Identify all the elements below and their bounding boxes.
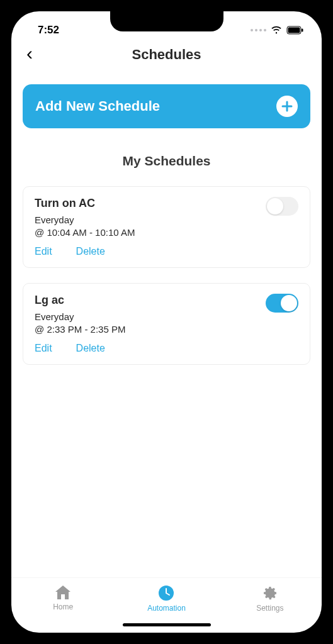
gear-icon — [261, 584, 279, 602]
section-title: My Schedules — [23, 153, 310, 169]
schedule-time: @ 10:04 AM - 10:10 AM — [35, 226, 135, 239]
add-schedule-label: Add New Schedule — [35, 98, 160, 114]
clock-icon — [157, 584, 175, 602]
cellular-icon — [251, 29, 266, 31]
toggle-knob — [281, 295, 297, 311]
schedule-time: @ 2:33 PM - 2:35 PM — [35, 323, 125, 336]
schedule-toggle[interactable] — [266, 197, 298, 216]
volume-down — [0, 217, 1, 261]
schedule-title: Turn on AC — [35, 197, 135, 210]
home-indicator[interactable] — [123, 623, 211, 626]
svg-rect-2 — [302, 29, 303, 32]
tab-label: Home — [53, 602, 73, 611]
content-area: Add New Schedule My Schedules Turn on AC… — [11, 74, 322, 577]
add-new-schedule-button[interactable]: Add New Schedule — [23, 84, 310, 128]
phone-frame: 7:52 ‹ Schedules A — [0, 0, 333, 644]
schedule-toggle[interactable] — [266, 294, 298, 313]
schedule-card: Lg ac Everyday @ 2:33 PM - 2:35 PM Edit … — [23, 283, 310, 365]
status-time: 7:52 — [38, 24, 59, 36]
status-icons — [251, 26, 304, 35]
volume-up — [0, 164, 1, 208]
schedule-repeat: Everyday — [35, 311, 125, 323]
page-title: Schedules — [23, 47, 310, 63]
edit-button[interactable]: Edit — [35, 246, 52, 257]
edit-button[interactable]: Edit — [35, 343, 52, 354]
toggle-knob — [267, 198, 283, 214]
tab-home[interactable]: Home — [35, 584, 91, 611]
delete-button[interactable]: Delete — [76, 246, 105, 257]
back-button[interactable]: ‹ — [26, 43, 33, 64]
notch — [110, 11, 223, 31]
schedule-card: Turn on AC Everyday @ 10:04 AM - 10:10 A… — [23, 186, 310, 268]
tab-settings[interactable]: Settings — [242, 584, 298, 613]
plus-icon — [276, 96, 298, 117]
nav-bar: ‹ Schedules — [11, 43, 322, 74]
battery-icon — [286, 26, 304, 35]
tab-label: Automation — [147, 604, 186, 613]
mute-switch — [0, 123, 1, 147]
tab-label: Settings — [256, 604, 283, 613]
svg-rect-1 — [288, 28, 300, 33]
home-icon — [54, 584, 72, 601]
wifi-icon — [271, 26, 282, 35]
screen: 7:52 ‹ Schedules A — [11, 11, 322, 633]
tab-automation[interactable]: Automation — [138, 584, 195, 613]
delete-button[interactable]: Delete — [76, 343, 105, 354]
schedule-title: Lg ac — [35, 294, 125, 307]
schedule-repeat: Everyday — [35, 214, 135, 226]
